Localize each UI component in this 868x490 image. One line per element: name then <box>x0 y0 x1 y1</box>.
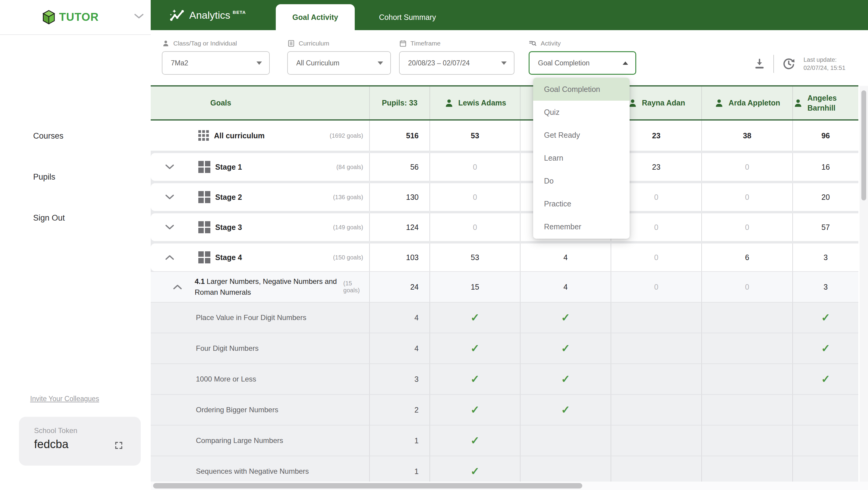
dropdown-option-quiz[interactable]: Quiz <box>533 101 629 124</box>
toolbar-divider <box>773 55 774 73</box>
table-row-goal: Ordering Bigger Numbers 2 ✓ ✓ <box>151 394 858 425</box>
row-label: Ordering Bigger Numbers <box>196 406 278 414</box>
pupil-column-header: Lewis Adams <box>430 87 521 119</box>
pupil-cell <box>702 333 793 363</box>
table-row-unit-4-1: 4.1Larger Numbers, Negative Numbers and … <box>151 271 858 302</box>
school-token-label: School Token <box>34 426 78 435</box>
pupils-count-cell: 103 <box>370 244 430 271</box>
goal-count: (136 goals) <box>333 194 363 201</box>
pupil-cell: ✓ <box>521 303 611 333</box>
sidebar-item-sign-out[interactable]: Sign Out <box>33 213 65 223</box>
class-tag-select[interactable]: 7Ma2 <box>162 51 270 75</box>
filter-label: Class/Tag or Individual <box>173 40 237 47</box>
activity-select[interactable]: Goal Completion <box>529 51 636 75</box>
school-token-value: fedcba <box>34 438 68 451</box>
pupil-cell: ✓ <box>521 364 611 394</box>
pupils-count-cell: 56 <box>370 153 430 181</box>
row-label: Stage 2 <box>215 193 242 202</box>
expand-icon[interactable] <box>114 441 123 450</box>
pupils-count-cell: 4 <box>370 333 430 363</box>
pupil-cell: 0 <box>430 183 521 211</box>
pupils-count-cell: 3 <box>370 364 430 394</box>
curriculum-icon <box>287 39 295 47</box>
pupil-cell: 0 <box>611 272 702 302</box>
dropdown-option-goal-completion[interactable]: Goal Completion <box>533 78 629 101</box>
pupils-count-cell: 1 <box>370 426 430 456</box>
chevron-down-icon <box>256 61 262 65</box>
row-label: Place Value in Four Digit Numbers <box>196 313 306 322</box>
pupil-cell: 53 <box>430 244 521 271</box>
vertical-scrollbar-thumb[interactable] <box>861 90 866 201</box>
chevron-down-icon <box>378 61 383 65</box>
dropdown-option-do[interactable]: Do <box>533 170 629 192</box>
pupil-cell: 0 <box>702 213 793 241</box>
table-row-all-curriculum: All curriculum (1692 goals) 516 53 23 38… <box>151 121 858 151</box>
pupil-cell <box>611 364 702 394</box>
app-root: TUTOR Courses Pupils Sign Out Invite You… <box>0 0 868 490</box>
pupil-cell: ✓ <box>521 333 611 363</box>
beta-badge: BETA <box>233 10 246 15</box>
table-row-goal: Place Value in Four Digit Numbers 4 ✓ ✓ … <box>151 302 858 333</box>
download-button[interactable] <box>753 58 766 70</box>
timeframe-select[interactable]: 20/08/23 – 02/07/24 <box>399 51 515 75</box>
pupil-cell: 0 <box>611 244 702 271</box>
pupil-cell <box>611 333 702 363</box>
chevron-down-icon[interactable] <box>164 164 176 170</box>
top-bar: Analytics BETA Goal Activity Cohort Summ… <box>151 0 868 30</box>
dropdown-option-learn[interactable]: Learn <box>533 147 629 170</box>
invite-colleagues-link[interactable]: Invite Your Colleagues <box>30 395 99 403</box>
row-label: 1000 More or Less <box>196 375 256 383</box>
pupil-cell <box>793 395 858 425</box>
dropdown-option-get-ready[interactable]: Get Ready <box>533 124 629 147</box>
filter-bar: Class/Tag or Individual 7Ma2 Curriculum … <box>151 30 868 85</box>
pupil-cell: ✓ <box>793 333 858 363</box>
dropdown-option-remember[interactable]: Remember <box>533 215 629 238</box>
tab-cohort-summary[interactable]: Cohort Summary <box>365 4 450 30</box>
chevron-down-icon[interactable] <box>164 194 176 200</box>
pupil-cell <box>702 395 793 425</box>
logo-wordmark: TUTOR <box>59 11 99 24</box>
pupil-cell: 0 <box>430 213 521 241</box>
pupil-column-header: Arda Appleton <box>702 87 793 119</box>
chevron-down-icon <box>501 61 507 65</box>
table-toolbar: Last update: 02/07/24, 15:51 <box>753 55 845 73</box>
pupil-cell: ✓ <box>430 395 521 425</box>
goal-count: (15 goals) <box>343 280 363 294</box>
pupil-cell: ✓ <box>430 333 521 363</box>
calendar-icon <box>399 39 407 47</box>
filter-curriculum: Curriculum All Curriculum <box>287 38 391 75</box>
pupil-cell: ✓ <box>521 395 611 425</box>
curriculum-select[interactable]: All Curriculum <box>287 51 391 75</box>
sidebar-item-pupils[interactable]: Pupils <box>33 172 56 182</box>
pupil-cell <box>611 395 702 425</box>
pupil-cell <box>793 426 858 456</box>
dropdown-option-practice[interactable]: Practice <box>533 192 629 215</box>
table-row-stage-3: Stage 3 (149 goals) 124 0 0 0 57 <box>151 213 858 241</box>
person-icon <box>793 98 803 108</box>
pupil-cell: ✓ <box>430 364 521 394</box>
grid-2x2-icon <box>198 160 211 174</box>
chevron-up-icon[interactable] <box>173 284 182 289</box>
refresh-clock-icon[interactable] <box>782 57 796 71</box>
tab-goal-activity[interactable]: Goal Activity <box>276 4 355 30</box>
pupil-cell: 38 <box>702 121 793 151</box>
row-label: All curriculum <box>214 131 265 140</box>
goal-count: (1692 goals) <box>330 132 363 139</box>
person-icon <box>444 98 454 108</box>
pupils-count-cell: 24 <box>370 272 430 302</box>
pupil-column-header: Angeles Barnhill <box>793 87 858 119</box>
person-icon <box>162 39 170 47</box>
activity-search-icon <box>529 39 537 47</box>
pupil-cell: ✓ <box>430 426 521 456</box>
filter-label: Activity <box>541 40 561 47</box>
chevron-down-icon[interactable] <box>164 224 176 230</box>
chevron-down-icon[interactable] <box>134 13 144 19</box>
filter-activity: Activity Goal Completion <box>529 38 636 75</box>
horizontal-scrollbar-thumb[interactable] <box>153 483 582 489</box>
pupils-count-cell: 2 <box>370 395 430 425</box>
row-label: Sequences with Negative Numbers <box>196 467 309 476</box>
chevron-up-icon[interactable] <box>164 255 176 260</box>
sidebar-item-courses[interactable]: Courses <box>33 131 64 141</box>
pupil-cell: 53 <box>430 121 521 151</box>
row-label: Four Digit Numbers <box>196 344 258 353</box>
